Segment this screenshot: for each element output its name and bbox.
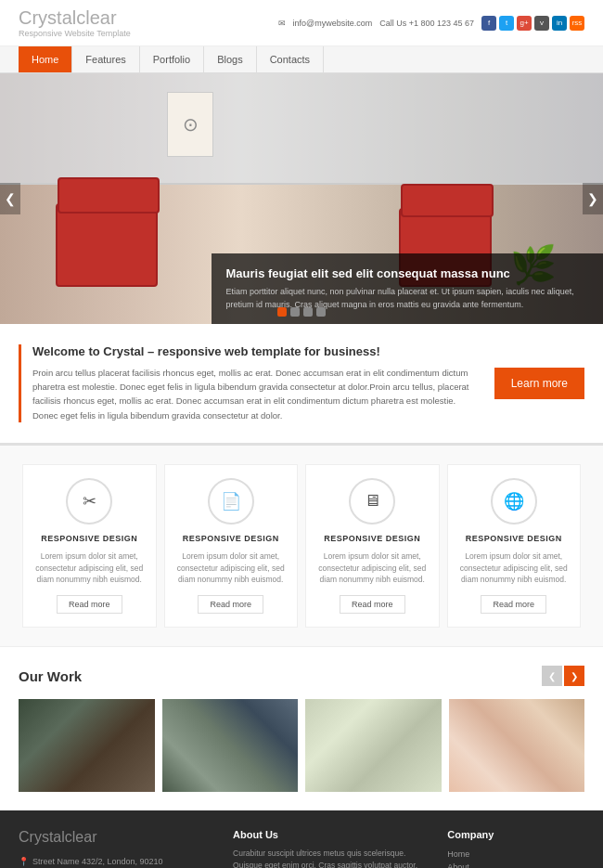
welcome-content: Welcome to Crystal – responsive web temp… [19,344,480,422]
features-section: ✂ RESPONSIVE DESIGN Lorem ipsum dolor si… [0,446,603,647]
feature-3-text: Lorem ipsum dolor sit amet, consectetur … [315,551,430,586]
logo-crystal: Crystal [19,7,76,28]
welcome-title: Welcome to Crystal – responsive web temp… [32,344,480,358]
slider-artwork [167,92,213,157]
footer-logo: Crystalclear [19,829,214,846]
feature-2-readmore[interactable]: Read more [198,595,263,614]
hero-slider: Mauris feugiat elit sed elit consequat m… [0,73,603,324]
slider-dots [277,307,326,317]
work-grid [19,699,584,792]
dot-4[interactable] [316,307,326,317]
slider-windows [0,73,603,185]
header-contact: ✉ info@mywebsite.com Call Us +1 800 123 … [278,16,585,31]
slider-prev-arrow[interactable]: ❮ [0,183,20,214]
our-work-header: Our Work ❮ ❯ [19,666,584,686]
chair-left [56,203,158,287]
slider-next-arrow[interactable]: ❯ [583,183,603,214]
work-item-4[interactable] [449,699,585,792]
work-item-2[interactable] [162,699,299,792]
nav-features[interactable]: Features [72,46,139,72]
work-prev-btn[interactable]: ❮ [542,666,562,686]
footer-logo-clear: clear [65,829,97,845]
slider-title: Mauris feugiat elit sed elit consequat m… [226,266,589,280]
our-work-title: Our Work [19,668,82,684]
nav-home[interactable]: Home [19,46,72,72]
feature-1: ✂ RESPONSIVE DESIGN Lorem ipsum dolor si… [22,464,157,628]
feature-3-readmore[interactable]: Read more [340,595,405,614]
work-item-1[interactable] [19,699,155,792]
footer-company: Company Home About Portfolio Blog Servic… [447,829,584,868]
work-image-1 [19,699,155,792]
navigation: Home Features Portfolio Blogs Contacts [0,46,603,73]
social-icons: f t g+ v in rss [481,16,584,31]
feature-4-readmore[interactable]: Read more [481,595,546,614]
company-links: Home About Portfolio Blog Service [447,848,584,868]
work-next-btn[interactable]: ❯ [564,666,584,686]
work-navigation: ❮ ❯ [542,666,584,686]
feature-4: 🌐 RESPONSIVE DESIGN Lorem ipsum dolor si… [447,464,582,628]
work-image-3 [305,699,442,792]
feature-1-title: RESPONSIVE DESIGN [32,534,147,543]
company-link-home[interactable]: Home [447,848,584,861]
work-item-3[interactable] [305,699,442,792]
footer-logo-crystal: Crystal [19,829,65,845]
slider-caption: Mauris feugiat elit sed elit consequat m… [212,253,604,324]
linkedin-icon[interactable]: in [552,16,567,31]
company-title: Company [447,829,584,840]
about-text: Curabitur suscipit ultrices metus quis s… [233,848,429,868]
work-image-2 [162,699,299,792]
slider-background: Mauris feugiat elit sed elit consequat m… [0,73,603,324]
footer-address: 📍Street Name 432/2, London, 90210 [19,853,214,868]
dot-3[interactable] [303,307,313,317]
dot-2[interactable] [290,307,300,317]
footer-about: About Us Curabitur suscipit ultrices met… [233,829,429,868]
dot-1[interactable] [277,307,287,317]
email-label: ✉ [278,19,286,28]
vimeo-icon[interactable]: v [534,16,549,31]
company-link-about[interactable]: About [447,861,584,868]
feature-4-title: RESPONSIVE DESIGN [457,534,571,543]
tagline: Responsive Website Template [19,29,131,38]
feature-3: 🖥 RESPONSIVE DESIGN Lorem ipsum dolor si… [305,464,440,628]
footer: Crystalclear 📍Street Name 432/2, London,… [0,810,603,868]
learn-more-button[interactable]: Learn more [494,368,584,399]
welcome-section: Welcome to Crystal – responsive web temp… [0,324,603,446]
feature-2-text: Lorem ipsum dolor sit amet, consectetur … [174,551,289,586]
nav-portfolio[interactable]: Portfolio [140,46,204,72]
feature-1-readmore[interactable]: Read more [57,595,122,614]
footer-brand: Crystalclear 📍Street Name 432/2, London,… [19,829,214,868]
nav-blogs[interactable]: Blogs [204,46,257,72]
feature-2: 📄 RESPONSIVE DESIGN Lorem ipsum dolor si… [164,464,299,628]
feature-4-text: Lorem ipsum dolor sit amet, consectetur … [457,551,571,586]
about-title: About Us [233,829,429,840]
twitter-icon[interactable]: t [499,16,514,31]
email-text: info@mywebsite.com [293,19,373,28]
our-work-section: Our Work ❮ ❯ [0,647,603,810]
feature-3-title: RESPONSIVE DESIGN [315,534,430,543]
rss-icon[interactable]: rss [570,16,584,31]
footer-info: 📍Street Name 432/2, London, 90210 📞(123)… [19,853,214,868]
feature-2-icon: 📄 [208,478,254,525]
header: Crystalclear Responsive Website Template… [0,0,603,46]
feature-1-text: Lorem ipsum dolor sit amet, consectetur … [32,551,147,586]
logo-clear: clear [76,7,116,28]
googleplus-icon[interactable]: g+ [517,16,532,31]
work-image-4 [449,699,585,792]
feature-1-icon: ✂ [66,478,112,525]
feature-3-icon: 🖥 [349,478,395,525]
address-icon: 📍 [19,857,29,866]
nav-contacts[interactable]: Contacts [257,46,324,72]
logo-area: Crystalclear Responsive Website Template [19,7,131,38]
feature-4-icon: 🌐 [491,478,537,525]
feature-2-title: RESPONSIVE DESIGN [174,534,289,543]
welcome-text: Proin arcu tellus placerat facilisis rho… [32,366,480,422]
phone-label: Call Us +1 800 123 45 67 [379,19,474,28]
logo: Crystalclear Responsive Website Template [19,7,131,38]
facebook-icon[interactable]: f [481,16,496,31]
